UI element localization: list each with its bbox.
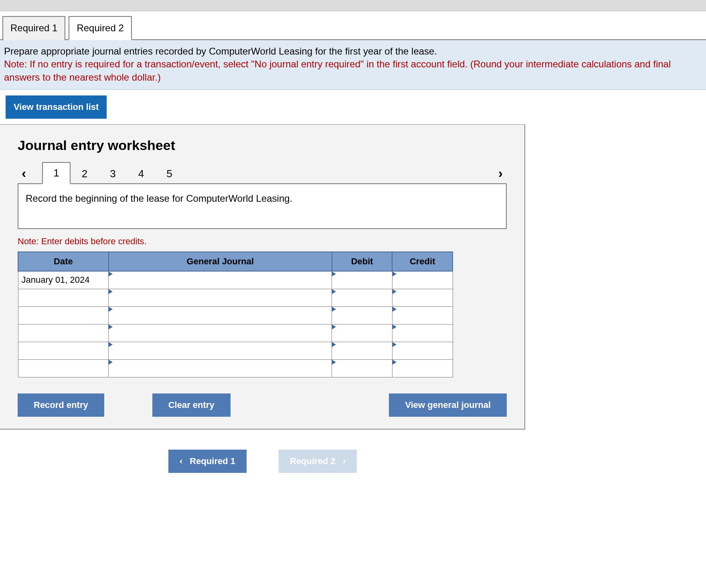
table-row [18,342,453,359]
table-row [18,324,453,342]
record-entry-button[interactable]: Record entry [18,393,104,417]
note-enter-debits: Note: Enter debits before credits. [18,236,507,247]
journal-table: Date General Journal Debit Credit Januar… [18,251,453,377]
cell-debit[interactable] [332,342,392,359]
view-general-journal-button[interactable]: View general journal [389,393,507,417]
instructions-main: Prepare appropriate journal entries reco… [4,46,437,57]
table-row [18,306,453,324]
instructions-note: Note: If no entry is required for a tran… [4,59,671,82]
pager-page-3[interactable]: 3 [99,163,127,184]
cell-general-journal[interactable] [109,359,332,377]
cell-debit[interactable] [332,359,392,377]
next-required-label: Required 2 [290,456,336,466]
cell-credit[interactable] [392,342,453,359]
prev-required-button[interactable]: ‹ Required 1 [168,450,247,473]
cell-date[interactable] [18,324,109,342]
cell-debit[interactable] [332,324,392,342]
cell-credit[interactable] [392,289,453,306]
requirement-tabs: Required 1 Required 2 [0,11,706,40]
worksheet-action-row: Record entry Clear entry View general jo… [18,393,507,417]
view-transaction-list-button[interactable]: View transaction list [6,95,107,119]
cell-debit[interactable] [332,289,392,306]
pager-prev-icon[interactable]: ‹ [18,165,30,181]
pager-page-5[interactable]: 5 [155,163,183,184]
cell-credit[interactable] [392,359,453,377]
table-row [18,359,453,377]
prev-required-label: Required 1 [190,456,235,466]
cell-debit[interactable] [332,306,392,324]
table-row: January 01, 2024 [18,271,453,289]
worksheet-pager: ‹ 1 2 3 4 5 › [18,162,507,184]
cell-general-journal[interactable] [109,271,332,289]
pager-page-1[interactable]: 1 [42,162,70,184]
cell-general-journal[interactable] [109,306,332,324]
chevron-right-icon: › [343,456,346,466]
cell-date[interactable] [18,342,109,359]
col-header-general-journal: General Journal [109,252,332,271]
tab-required-2[interactable]: Required 2 [69,16,131,40]
pager-page-4[interactable]: 4 [127,163,155,184]
cell-general-journal[interactable] [109,342,332,359]
journal-worksheet-panel: Journal entry worksheet ‹ 1 2 3 4 5 › Re… [0,124,525,430]
col-header-debit: Debit [332,252,392,271]
clear-entry-button[interactable]: Clear entry [152,393,231,417]
cell-credit[interactable] [392,271,453,289]
cell-date[interactable] [18,289,109,306]
cell-general-journal[interactable] [109,324,332,342]
table-row [18,289,453,306]
instructions-panel: Prepare appropriate journal entries reco… [0,40,706,90]
entry-description: Record the beginning of the lease for Co… [18,183,507,229]
chevron-left-icon: ‹ [180,456,182,466]
top-gray-bar [0,0,706,11]
pager-page-2[interactable]: 2 [71,163,99,184]
next-required-button[interactable]: Required 2 › [279,450,357,473]
tab-required-1[interactable]: Required 1 [2,16,65,40]
cell-date[interactable] [18,306,109,324]
pager-next-icon[interactable]: › [494,165,507,181]
worksheet-title: Journal entry worksheet [18,138,507,153]
cell-credit[interactable] [392,324,453,342]
col-header-date: Date [18,252,109,271]
cell-date[interactable] [18,359,109,377]
col-header-credit: Credit [392,252,453,271]
cell-credit[interactable] [392,306,453,324]
bottom-navigation: ‹ Required 1 Required 2 › [0,450,525,473]
cell-general-journal[interactable] [109,289,332,306]
cell-date[interactable]: January 01, 2024 [18,271,109,289]
cell-debit[interactable] [332,271,392,289]
